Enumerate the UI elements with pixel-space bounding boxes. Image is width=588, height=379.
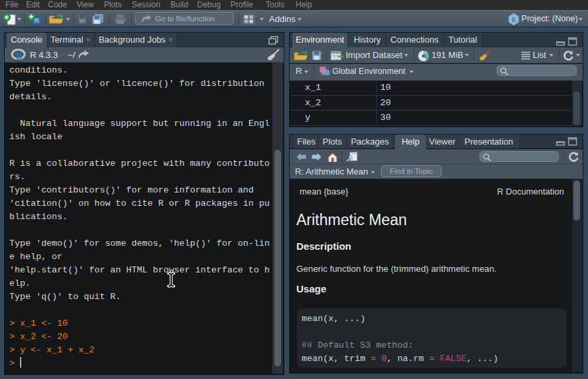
svg-text:R: R (16, 52, 23, 62)
svg-text:R: R (511, 16, 516, 23)
svg-text:R: R (35, 17, 39, 24)
